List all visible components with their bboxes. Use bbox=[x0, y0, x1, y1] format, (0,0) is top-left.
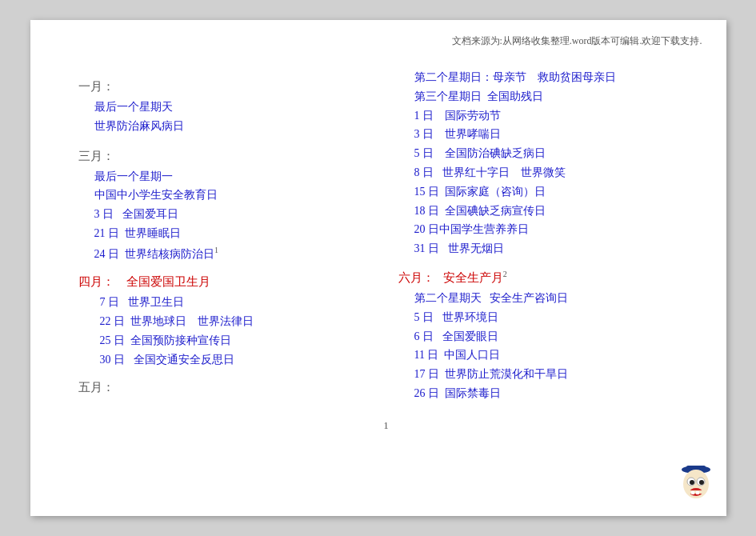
may-r-item-10: 31 日 世界无烟日 bbox=[414, 239, 694, 258]
jan-header: 一月： bbox=[78, 79, 374, 94]
jun-item-6: 26 日 国际禁毒日 bbox=[414, 384, 694, 403]
may-r-item-4: 3 日 世界哮喘日 bbox=[414, 125, 694, 144]
jun-item-2: 5 日 世界环境日 bbox=[414, 308, 694, 327]
jun-item-1: 第二个星期天 安全生产咨询日 bbox=[414, 289, 694, 308]
right-column: 第二个星期日：母亲节 救助贫困母亲日 第三个星期日 全国助残日 1 日 国际劳动… bbox=[390, 68, 694, 403]
mar-header: 三月： bbox=[78, 149, 374, 164]
apr-item-4: 30 日 全国交通安全反思日 bbox=[94, 350, 374, 370]
may-r-item-9: 20 日中国学生营养养日 bbox=[414, 220, 694, 239]
mar-item-3: 3 日 全国爱耳日 bbox=[94, 205, 374, 224]
robot-decoration bbox=[662, 454, 718, 510]
apr-item-1: 7 日 世界卫生日 bbox=[94, 293, 374, 312]
document-page: 文档来源为:从网络收集整理.word版本可编辑.欢迎下载支持. 一月： 最后一个… bbox=[30, 20, 726, 516]
jan-item-1: 最后一个星期天 bbox=[94, 98, 374, 117]
may-header-left: 五月： bbox=[78, 380, 374, 395]
jun-header: 六月： 安全生产月2 bbox=[398, 270, 694, 286]
apr-header: 四月： 全国爱国卫生月 bbox=[78, 274, 374, 290]
page-number: 1 bbox=[78, 419, 694, 432]
svg-point-5 bbox=[690, 480, 694, 485]
footnote-1: 1 bbox=[214, 246, 218, 254]
mar-item-4: 21 日 世界睡眠日 bbox=[94, 224, 374, 243]
jan-item-2: 世界防治麻风病日 bbox=[94, 117, 374, 136]
may-r-item-3: 1 日 国际劳动节 bbox=[414, 106, 694, 126]
may-r-item-7: 15 日 国际家庭（咨询）日 bbox=[414, 182, 694, 202]
may-r-item-5: 5 日 全国防治碘缺乏病日 bbox=[414, 144, 694, 163]
svg-point-6 bbox=[699, 480, 704, 485]
mar-item-5: 24 日 世界结核病防治日1 bbox=[94, 243, 374, 263]
may-r-item-1: 第二个星期日：母亲节 救助贫困母亲日 bbox=[414, 68, 694, 87]
watermark-text: 文档来源为:从网络收集整理.word版本可编辑.欢迎下载支持. bbox=[452, 34, 702, 48]
svg-rect-10 bbox=[696, 491, 699, 494]
left-column: 一月： 最后一个星期天 世界防治麻风病日 三月： 最后一个星期一 中国中小学生安… bbox=[78, 68, 390, 403]
apr-item-2: 22 日 世界地球日 世界法律日 bbox=[94, 312, 374, 331]
apr-item-3: 25 日 全国预防接种宣传日 bbox=[94, 331, 374, 350]
may-r-item-6: 8 日 世界红十字日 世界微笑 bbox=[414, 163, 694, 182]
jun-item-3: 6 日 全国爱眼日 bbox=[414, 327, 694, 346]
mar-item-1: 最后一个星期一 bbox=[94, 167, 374, 186]
svg-rect-9 bbox=[691, 491, 694, 494]
jun-item-4: 11 日 中国人口日 bbox=[414, 346, 694, 365]
footnote-2: 2 bbox=[503, 270, 507, 278]
may-r-item-8: 18 日 全国碘缺乏病宣传日 bbox=[414, 202, 694, 221]
jun-item-5: 17 日 世界防止荒漠化和干旱日 bbox=[414, 365, 694, 384]
content-wrapper: 一月： 最后一个星期天 世界防治麻风病日 三月： 最后一个星期一 中国中小学生安… bbox=[78, 68, 694, 403]
mar-item-2: 中国中小学生安全教育日 bbox=[94, 186, 374, 205]
may-r-item-2: 第三个星期日 全国助残日 bbox=[414, 87, 694, 106]
